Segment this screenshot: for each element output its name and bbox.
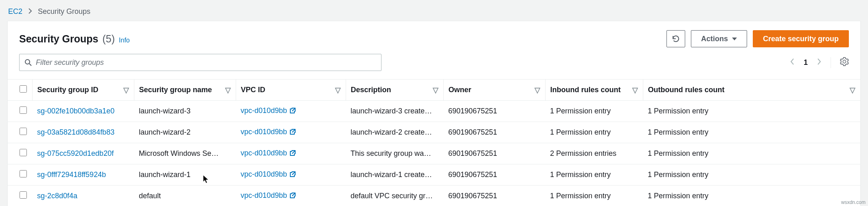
filter-input[interactable] <box>36 58 376 67</box>
sgid-link[interactable]: sg-075cc5920d1edb20f <box>37 149 114 157</box>
panel-title-wrap: Security Groups (5) Info <box>19 33 130 45</box>
cell-vpc: vpc-d010d9bb <box>236 122 346 143</box>
next-page-button[interactable] <box>817 58 822 67</box>
search-icon <box>24 59 32 66</box>
cell-sgid: sg-0fff729418ff5924b <box>32 164 134 186</box>
header-owner-label: Owner <box>449 86 471 94</box>
cell-desc: launch-wizard-3 create… <box>346 101 443 122</box>
cell-sgname: default <box>134 186 236 206</box>
sort-icon[interactable]: ▽ <box>335 86 341 95</box>
header-sgname-label: Security group name <box>139 86 212 94</box>
cell-sgid: sg-075cc5920d1edb20f <box>32 143 134 164</box>
vpc-link[interactable]: vpc-d010d9bb <box>241 191 287 199</box>
sort-icon[interactable]: ▽ <box>225 86 231 95</box>
cell-vpc: vpc-d010d9bb <box>236 164 346 186</box>
header-sgid-label: Security group ID <box>37 86 99 94</box>
sort-icon[interactable]: ▽ <box>632 86 638 95</box>
cell-owner: 690190675251 <box>443 164 545 186</box>
external-link-icon <box>289 150 296 158</box>
table-row: sg-03a5821d08d84fb83launch-wizard-2vpc-d… <box>8 122 860 143</box>
cell-desc: default VPC security gr… <box>346 186 443 206</box>
sgid-link[interactable]: sg-2c8d0f4a <box>37 192 77 200</box>
cell-inbound: 1 Permission entry <box>545 186 643 206</box>
header-checkbox-cell <box>8 80 32 101</box>
actions-button[interactable]: Actions <box>691 30 747 47</box>
external-link-icon <box>289 128 296 137</box>
page-count: (5) <box>103 33 115 45</box>
header-actions: Actions Create security group <box>666 30 849 47</box>
table-row: sg-2c8d0f4adefaultvpc-d010d9bbdefault VP… <box>8 186 860 206</box>
info-link[interactable]: Info <box>119 37 130 44</box>
cell-desc: launch-wizard-1 create… <box>346 164 443 186</box>
caret-down-icon <box>732 38 737 40</box>
table-row: sg-0fff729418ff5924blaunch-wizard-1vpc-d… <box>8 164 860 186</box>
cell-vpc: vpc-d010d9bb <box>236 143 346 164</box>
row-checkbox-cell <box>8 143 32 164</box>
svg-line-1 <box>29 64 31 66</box>
sort-icon[interactable]: ▽ <box>433 86 438 95</box>
cell-sgname: launch-wizard-3 <box>134 101 236 122</box>
sort-icon[interactable]: ▽ <box>123 86 129 95</box>
external-link-icon <box>289 192 296 201</box>
panel-header: Security Groups (5) Info Actions Create … <box>8 21 860 54</box>
filter-box[interactable] <box>19 54 381 71</box>
breadcrumb-current: Security Groups <box>38 7 90 16</box>
row-checkbox-cell <box>8 101 32 122</box>
header-outbound[interactable]: Outbound rules count▽ <box>643 80 860 101</box>
cell-sgid: sg-002fe10b00db3a1e0 <box>32 101 134 122</box>
header-desc-label: Description <box>351 86 391 94</box>
cell-inbound: 1 Permission entry <box>545 164 643 186</box>
cell-sgid: sg-03a5821d08d84fb83 <box>32 122 134 143</box>
cell-inbound: 1 Permission entry <box>545 101 643 122</box>
select-all-checkbox[interactable] <box>20 85 27 93</box>
header-outbound-label: Outbound rules count <box>648 86 725 94</box>
sgid-link[interactable]: sg-03a5821d08d84fb83 <box>37 128 114 136</box>
breadcrumb-root[interactable]: EC2 <box>8 7 22 16</box>
vpc-link[interactable]: vpc-d010d9bb <box>241 106 287 115</box>
row-checkbox-cell <box>8 164 32 186</box>
row-checkbox[interactable] <box>20 128 27 135</box>
refresh-icon <box>672 35 680 43</box>
row-checkbox[interactable] <box>20 106 27 114</box>
sort-icon[interactable]: ▽ <box>535 86 540 95</box>
row-checkbox[interactable] <box>20 191 27 199</box>
cell-vpc: vpc-d010d9bb <box>236 186 346 206</box>
cell-outbound: 1 Permission entry <box>643 164 860 186</box>
sgid-link[interactable]: sg-0fff729418ff5924b <box>37 171 106 179</box>
security-groups-panel: Security Groups (5) Info Actions Create … <box>7 21 861 206</box>
header-sgname[interactable]: Security group name▽ <box>134 80 236 101</box>
cell-owner: 690190675251 <box>443 101 545 122</box>
header-owner[interactable]: Owner▽ <box>443 80 545 101</box>
table-row: sg-075cc5920d1edb20fMicrosoft Windows Se… <box>8 143 860 164</box>
vpc-link[interactable]: vpc-d010d9bb <box>241 170 287 178</box>
cell-owner: 690190675251 <box>443 186 545 206</box>
header-vpc[interactable]: VPC ID▽ <box>236 80 346 101</box>
cell-outbound: 1 Permission entry <box>643 143 860 164</box>
create-security-group-button[interactable]: Create security group <box>753 30 849 47</box>
header-inbound[interactable]: Inbound rules count▽ <box>545 80 643 101</box>
settings-button[interactable] <box>831 57 849 68</box>
attribution-text: wsxdn.com <box>841 199 866 205</box>
vpc-link[interactable]: vpc-d010d9bb <box>241 149 287 157</box>
cell-inbound: 1 Permission entry <box>545 122 643 143</box>
pagination: 1 <box>790 57 849 68</box>
header-vpc-label: VPC ID <box>241 86 265 94</box>
header-desc[interactable]: Description▽ <box>346 80 443 101</box>
gear-icon <box>840 57 849 66</box>
header-inbound-label: Inbound rules count <box>550 86 621 94</box>
cell-desc: This security group wa… <box>346 143 443 164</box>
actions-button-label: Actions <box>701 35 728 43</box>
sort-icon[interactable]: ▽ <box>850 86 855 95</box>
cell-vpc: vpc-d010d9bb <box>236 101 346 122</box>
external-link-icon <box>289 171 296 179</box>
table-header-row: Security group ID▽ Security group name▽ … <box>8 80 860 101</box>
cell-outbound: 1 Permission entry <box>643 101 860 122</box>
page-title: Security Groups <box>19 33 99 45</box>
prev-page-button[interactable] <box>790 58 795 67</box>
row-checkbox[interactable] <box>20 149 27 156</box>
header-sgid[interactable]: Security group ID▽ <box>32 80 134 101</box>
sgid-link[interactable]: sg-002fe10b00db3a1e0 <box>37 107 114 115</box>
refresh-button[interactable] <box>666 30 685 47</box>
vpc-link[interactable]: vpc-d010d9bb <box>241 128 287 136</box>
row-checkbox[interactable] <box>20 170 27 177</box>
